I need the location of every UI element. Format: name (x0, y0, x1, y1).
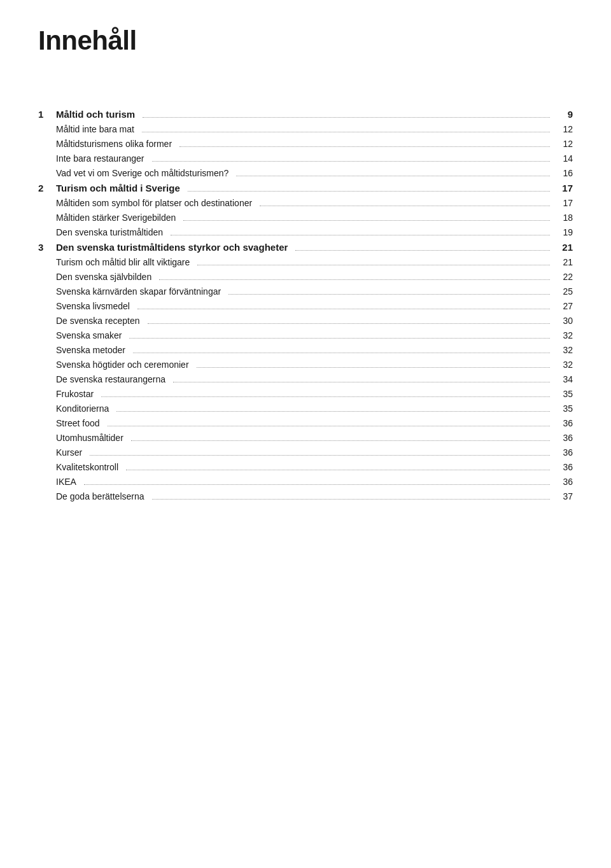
toc-sub-label: De goda berättelserna (38, 491, 148, 501)
toc-dots (152, 161, 550, 162)
toc-dots (129, 338, 550, 339)
toc-page-number: 32 (554, 345, 573, 355)
toc-entry-e14: Svenska metoder32 (38, 343, 573, 358)
toc-dots (173, 382, 550, 382)
toc-sub-label: Svenska livsmedel (38, 301, 134, 311)
toc-entry-e22: Kvalitetskontroll36 (38, 460, 573, 475)
toc-page-number: 36 (554, 462, 573, 472)
toc-entry-e4: Vad vet vi om Sverige och måltidsturisme… (38, 166, 573, 181)
toc-page-number: 32 (554, 330, 573, 340)
toc-page-number: 9 (554, 109, 573, 120)
toc-page-number: 14 (554, 153, 573, 164)
toc-sub-label: Den svenska självbilden (38, 272, 155, 282)
toc-sub-label: Måltid inte bara mat (38, 124, 138, 134)
toc-section-number: 2 (38, 183, 56, 193)
toc-dots (90, 455, 550, 456)
toc-sub-label: IKEA (38, 477, 80, 487)
toc-entry-h1: 1Måltid och turism9 (38, 107, 573, 122)
toc-page-number: 19 (554, 227, 573, 237)
toc-page-number: 36 (554, 447, 573, 458)
toc-dots (179, 146, 550, 147)
toc-sub-label: Utomhusmåltider (38, 433, 127, 443)
toc-sub-label: Turism och måltid blir allt viktigare (38, 257, 193, 267)
toc-section-number: 3 (38, 242, 56, 253)
toc-page-number: 35 (554, 389, 573, 399)
toc-entry-e23: IKEA36 (38, 475, 573, 489)
toc-entry-e20: Utomhusmåltider36 (38, 431, 573, 445)
toc-dots (108, 426, 551, 426)
toc-entry-e13: Svenska smaker32 (38, 328, 573, 343)
toc-page-number: 27 (554, 301, 573, 311)
toc-entry-e1: Måltid inte bara mat12 (38, 122, 573, 137)
toc-entry-h3: 3Den svenska turistmåltidens styrkor och… (38, 240, 573, 255)
toc-entry-e16: De svenska restaurangerna34 (38, 372, 573, 387)
toc-container: 1Måltid och turism9Måltid inte bara mat1… (38, 107, 573, 504)
toc-page-number: 37 (554, 491, 573, 501)
toc-sub-label: Svenska kärnvärden skapar förväntningar (38, 286, 225, 297)
toc-entry-e19: Street food36 (38, 416, 573, 431)
toc-entry-e17: Frukostar35 (38, 387, 573, 402)
toc-entry-e9: Den svenska självbilden22 (38, 270, 573, 284)
toc-sub-label: Den svenska turistmåltiden (38, 227, 167, 237)
toc-sub-label: Konditorierna (38, 403, 113, 414)
toc-dots (133, 353, 550, 353)
toc-dots (143, 117, 550, 118)
toc-section-label: Turism och måltid i Sverige (56, 183, 184, 193)
toc-dots (84, 484, 550, 485)
toc-dots (159, 279, 550, 280)
toc-dots (197, 265, 550, 265)
toc-page-number: 34 (554, 374, 573, 384)
toc-sub-label: Street food (38, 418, 104, 428)
toc-section-number: 1 (38, 109, 56, 120)
toc-entry-e5: Måltiden som symbol för platser och dest… (38, 196, 573, 211)
toc-sub-label: De svenska restaurangerna (38, 374, 169, 384)
toc-entry-e6: Måltiden stärker Sverigebilden18 (38, 211, 573, 225)
toc-sub-label: Svenska högtider och ceremonier (38, 360, 193, 370)
toc-entry-e8: Turism och måltid blir allt viktigare21 (38, 255, 573, 270)
toc-page-number: 17 (554, 198, 573, 208)
toc-dots (142, 132, 550, 132)
toc-sub-label: Inte bara restauranger (38, 153, 148, 164)
toc-entry-e24: De goda berättelserna37 (38, 489, 573, 504)
toc-entry-e21: Kurser36 (38, 445, 573, 460)
toc-page-number: 32 (554, 360, 573, 370)
toc-page-number: 25 (554, 286, 573, 297)
toc-entry-e7: Den svenska turistmåltiden19 (38, 225, 573, 240)
toc-section-label: Den svenska turistmåltidens styrkor och … (56, 242, 291, 253)
page-title: Innehåll (38, 25, 573, 56)
toc-dots (188, 191, 550, 192)
toc-sub-label: Måltiden som symbol för platser och dest… (38, 198, 256, 208)
toc-page-number: 35 (554, 403, 573, 414)
toc-entry-e15: Svenska högtider och ceremonier32 (38, 358, 573, 372)
toc-dots (137, 309, 550, 309)
toc-sub-label: Kurser (38, 447, 86, 458)
toc-page-number: 30 (554, 316, 573, 326)
toc-dots (101, 396, 550, 397)
toc-dots (152, 499, 550, 500)
toc-sub-label: De svenska recepten (38, 316, 144, 326)
toc-dots (126, 470, 550, 470)
toc-page-number: 36 (554, 418, 573, 428)
toc-entry-e18: Konditorierna35 (38, 402, 573, 416)
toc-entry-e10: Svenska kärnvärden skapar förväntningar2… (38, 284, 573, 299)
toc-entry-e2: Måltidsturismens olika former12 (38, 137, 573, 151)
toc-dots (171, 235, 550, 235)
toc-page-number: 21 (554, 257, 573, 267)
toc-dots (197, 367, 550, 368)
toc-dots (116, 411, 550, 412)
toc-page-number: 12 (554, 124, 573, 134)
toc-sub-label: Frukostar (38, 389, 97, 399)
toc-sub-label: Måltiden stärker Sverigebilden (38, 213, 179, 223)
toc-sub-label: Vad vet vi om Sverige och måltidsturisme… (38, 168, 232, 178)
toc-section-label: Måltid och turism (56, 109, 139, 120)
toc-sub-label: Svenska metoder (38, 345, 129, 355)
toc-dots (295, 250, 550, 251)
toc-sub-label: Kvalitetskontroll (38, 462, 122, 472)
toc-dots (236, 176, 550, 176)
toc-entry-e3: Inte bara restauranger14 (38, 151, 573, 166)
toc-sub-label: Måltidsturismens olika former (38, 139, 176, 149)
toc-dots (228, 294, 550, 295)
toc-entry-e12: De svenska recepten30 (38, 314, 573, 328)
toc-dots (260, 206, 550, 206)
toc-page-number: 18 (554, 213, 573, 223)
